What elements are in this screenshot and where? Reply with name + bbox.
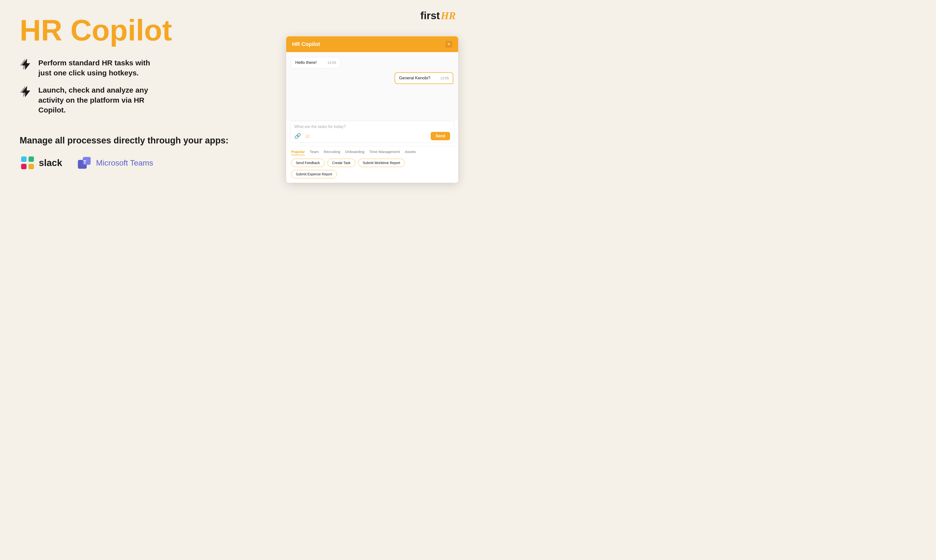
manage-section: Manage all processes directly through yo… <box>20 135 266 171</box>
brand-logo: first HR <box>420 10 456 22</box>
tab-popular[interactable]: Popular <box>291 149 305 155</box>
message-time-1: 13:05 <box>328 61 336 65</box>
svg-rect-3 <box>29 164 34 169</box>
features-list: Perform standard HR tasks with just one … <box>20 58 266 115</box>
chat-window: HR Copilot × Hello there! 13:05 General … <box>286 36 458 183</box>
chat-tabs: Popular Team Recruiting Onboarding Time … <box>286 146 458 183</box>
chat-header-title: HR Copilot <box>292 41 320 48</box>
submit-expense-button[interactable]: Submit Expense Report <box>291 170 337 178</box>
close-button[interactable]: × <box>445 41 452 48</box>
action-buttons: Send Feedback Create Task Submit Worktim… <box>291 158 453 180</box>
submit-worktime-button[interactable]: Submit Worktime Report <box>358 158 405 167</box>
tabs-row: Popular Team Recruiting Onboarding Time … <box>291 149 453 155</box>
message-text-1: Hello there! <box>295 60 317 65</box>
lightning-icon-2 <box>20 85 32 98</box>
slack-label: slack <box>39 158 62 168</box>
slack-app: slack <box>20 155 62 171</box>
feature-item-2: Launch, check and analyze any activity o… <box>20 85 266 115</box>
chat-header: HR Copilot × <box>286 36 458 52</box>
svg-rect-0 <box>21 157 26 162</box>
chat-messages: Hello there! 13:05 General Kenobi? 13:05 <box>286 52 458 106</box>
brand-first-text: first <box>420 10 440 22</box>
svg-rect-1 <box>29 157 34 162</box>
teams-logo-icon: T <box>77 155 92 171</box>
tab-recruiting[interactable]: Recruiting <box>324 149 340 155</box>
input-icons: 🔗 ☺ <box>294 133 310 139</box>
teams-app: T Microsoft Teams <box>77 155 153 171</box>
teams-label: Microsoft Teams <box>96 158 153 168</box>
manage-title: Manage all processes directly through yo… <box>20 135 266 146</box>
right-content: first HR HR Copilot × Hello there! 13:05 <box>281 0 468 192</box>
tab-team[interactable]: Team <box>310 149 319 155</box>
chat-input-area[interactable]: What are the tasks for today? 🔗 ☺ Send <box>290 121 454 143</box>
svg-text:T: T <box>83 159 86 165</box>
tab-onboarding[interactable]: Onboarding <box>345 149 364 155</box>
tab-time-management[interactable]: Time Management <box>369 149 400 155</box>
lightning-icon-1 <box>20 58 32 71</box>
tab-assets[interactable]: Assets <box>405 149 416 155</box>
message-text-2: General Kenobi? <box>399 75 430 80</box>
slack-logo-icon <box>20 155 35 171</box>
apps-row: slack T Microsoft Teams <box>20 155 266 171</box>
message-bubble-left-1: Hello there! 13:05 <box>291 57 340 68</box>
input-actions: 🔗 ☺ Send <box>294 132 450 140</box>
page-title: HR Copilot <box>20 15 266 46</box>
message-left-1: Hello there! 13:05 <box>291 57 453 68</box>
feature-item-1: Perform standard HR tasks with just one … <box>20 58 266 78</box>
brand-hr-text: HR <box>441 10 456 22</box>
input-placeholder-text: What are the tasks for today? <box>294 125 450 129</box>
send-feedback-button[interactable]: Send Feedback <box>291 158 325 167</box>
message-right-1: General Kenobi? 13:05 <box>291 72 453 84</box>
page: HR Copilot Perform standard HR tasks wit… <box>0 0 468 280</box>
chat-empty-space <box>286 106 458 121</box>
message-bubble-right-1: General Kenobi? 13:05 <box>394 72 453 84</box>
message-time-2: 13:05 <box>440 76 449 80</box>
feature-text-2: Launch, check and analyze any activity o… <box>38 85 156 115</box>
emoji-icon[interactable]: ☺ <box>305 133 310 139</box>
send-button[interactable]: Send <box>431 132 450 140</box>
create-task-button[interactable]: Create Task <box>328 158 355 167</box>
attachment-icon[interactable]: 🔗 <box>294 133 301 139</box>
left-content: HR Copilot Perform standard HR tasks wit… <box>0 0 281 185</box>
svg-rect-2 <box>21 164 26 169</box>
feature-text-1: Perform standard HR tasks with just one … <box>38 58 156 78</box>
